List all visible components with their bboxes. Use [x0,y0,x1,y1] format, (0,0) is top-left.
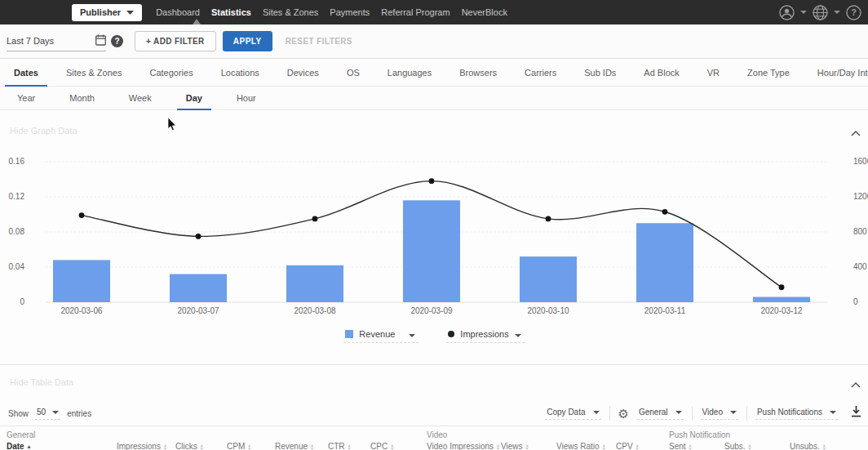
column-header-subs[interactable]: Subs.▴▾ [724,442,751,450]
sort-icon: ▴▾ [749,443,751,450]
revenue-impressions-chart: 000.044000.088000.1212000.1616002020-03-… [0,139,868,325]
column-settings-gear-icon[interactable]: ⚙ [618,408,629,420]
column-header-clicks[interactable]: Clicks▴▾ [175,442,203,450]
dimension-tabs: DatesSites & ZonesCategoriesLocationsDev… [0,59,868,87]
apply-button[interactable]: APPLY [223,31,272,51]
column-header-impressions[interactable]: Impressions▴▾ [117,442,166,450]
column-header-revenue[interactable]: Revenue▴▾ [275,442,313,450]
tab-sub-ids[interactable]: Sub IDs [570,59,630,87]
collapse-graph-icon[interactable] [850,125,861,140]
column-header-label: CPC [370,442,388,450]
publisher-dropdown[interactable]: Publisher [72,4,142,21]
nav-item-referral-program[interactable]: Referral Program [381,7,450,17]
right-axis-tick: 800 [853,227,867,236]
impressions-point[interactable] [779,284,785,290]
tab-dates[interactable]: Dates [0,59,52,87]
copy-data-label: Copy Data [547,408,585,417]
top-navigation: Publisher DashboardStatisticsSites & Zon… [0,0,868,25]
tab-os[interactable]: OS [333,59,374,87]
sort-icon: ▴▾ [497,443,499,450]
column-header-label: Subs. [724,442,746,450]
chevron-down-icon[interactable] [800,11,807,14]
tab-ad-block[interactable]: Ad Block [630,59,693,87]
x-axis-label: 2020-03-09 [410,306,453,315]
revenue-bar[interactable] [753,297,810,302]
impressions-point[interactable] [429,178,435,184]
subtab-day[interactable]: Day [169,87,219,110]
calendar-icon[interactable] [95,34,106,47]
chevron-down-icon [126,11,134,15]
subtab-hour[interactable]: Hour [219,87,273,110]
column-header-date[interactable]: Date▴ [7,442,30,450]
nav-item-statistics[interactable]: Statistics [211,7,251,17]
date-help-icon[interactable]: ? [111,35,123,47]
subtab-year[interactable]: Year [0,87,52,110]
column-header-label: Unsubs. [790,442,820,450]
impressions-point[interactable] [546,216,551,221]
language-globe-icon[interactable] [813,5,828,20]
impressions-point[interactable] [662,209,668,215]
download-icon[interactable] [851,406,861,421]
nav-item-neverblock[interactable]: NeverBlock [462,7,507,17]
tab-vr[interactable]: VR [693,59,733,87]
hide-table-toggle[interactable]: Hide Table Data [10,377,73,387]
push-notifications-columns-dropdown[interactable]: Push Notifications [755,407,838,420]
column-header-views-ratio[interactable]: Views Ratio▴▾ [556,442,605,450]
column-header-label: CTR [328,442,345,450]
reset-filters-button[interactable]: RESET FILTERS [286,37,352,46]
nav-item-sites-zones[interactable]: Sites & Zones [263,7,318,17]
subtab-week[interactable]: Week [112,87,169,110]
column-header-cpc[interactable]: CPC▴▾ [370,442,393,450]
revenue-bar[interactable] [636,223,693,302]
impressions-point[interactable] [79,212,85,218]
sort-icon: ▴▾ [636,443,639,450]
help-icon[interactable]: ? [846,5,861,20]
video-columns-dropdown[interactable]: Video [701,407,738,420]
tab-browsers[interactable]: Browsers [445,59,511,87]
collapse-table-icon[interactable] [850,376,861,391]
tab-devices[interactable]: Devices [273,59,333,87]
date-range-input[interactable]: Last 7 Days [7,32,106,51]
column-header-unsubs[interactable]: Unsubs.▴▾ [790,442,826,450]
table-section: Hide Table Data Show 50 entries Copy Dat… [0,365,868,450]
chevron-down-icon[interactable] [834,11,840,14]
impressions-point[interactable] [196,234,202,239]
sort-icon: ▴▾ [201,443,203,450]
column-header-cpv[interactable]: CPV▴▾ [616,442,639,450]
subtab-month[interactable]: Month [52,87,112,110]
legend-label: Revenue [359,329,395,339]
column-header-cpm[interactable]: CPM▴▾ [227,442,250,450]
hide-graph-toggle[interactable]: Hide Graph Data [10,126,78,136]
revenue-bar[interactable] [53,260,110,302]
revenue-bar[interactable] [403,200,460,302]
tab-sites-zones[interactable]: Sites & Zones [52,59,135,87]
nav-item-dashboard[interactable]: Dashboard [156,7,200,17]
nav-item-payments[interactable]: Payments [330,7,370,17]
sort-icon: ▴▾ [823,443,826,450]
revenue-bar[interactable] [520,256,577,302]
table-right-controls: Copy Data ⚙ General Video Push Notificat… [545,406,861,421]
tab-carriers[interactable]: Carriers [511,59,570,87]
column-header-sent[interactable]: Sent▴▾ [669,442,692,450]
account-icon[interactable] [779,5,795,20]
impressions-point[interactable] [312,216,318,221]
column-header-ctr[interactable]: CTR▴▾ [328,442,351,450]
revenue-bar[interactable] [286,265,343,302]
table-controls: Show 50 entries Copy Data ⚙ General [0,401,868,426]
legend-item-impressions[interactable]: Impressions [446,327,524,343]
tab-categories[interactable]: Categories [135,59,206,87]
left-axis-tick: 0.08 [9,227,25,236]
legend-item-revenue[interactable]: Revenue [343,327,418,343]
column-header-views[interactable]: Views▴▾ [501,442,529,450]
copy-data-dropdown[interactable]: Copy Data [545,407,600,420]
revenue-bar[interactable] [170,274,227,302]
page-size-select[interactable]: 50 [35,407,60,420]
legend-square-marker-icon [345,330,353,338]
column-header-video-impressions[interactable]: Video Impressions▴▾ [427,442,499,450]
general-columns-dropdown[interactable]: General [637,407,684,420]
tab-zone-type[interactable]: Zone Type [733,59,804,87]
tab-hour-day-intervals[interactable]: Hour/Day Intervals [804,59,868,87]
tab-locations[interactable]: Locations [207,59,273,87]
tab-languages[interactable]: Languages [374,59,445,87]
add-filter-button[interactable]: + ADD FILTER [135,31,216,51]
